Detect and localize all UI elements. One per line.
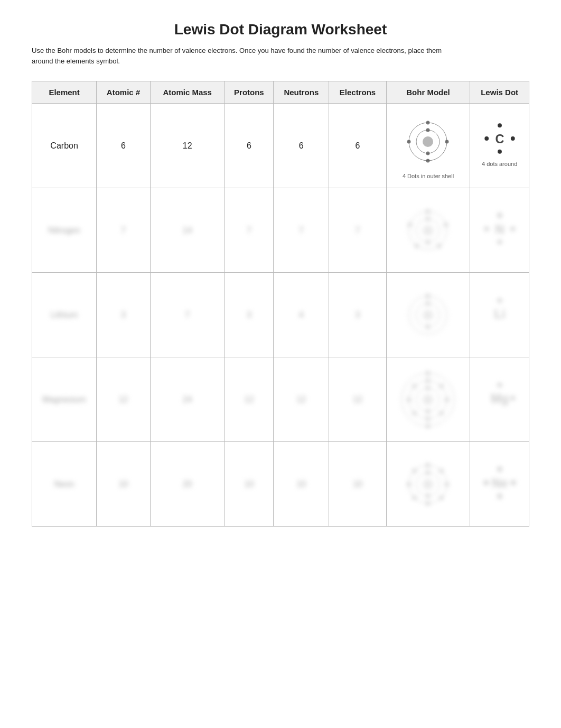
svg-point-28 [484, 227, 489, 231]
cell-atomic-num: 10 [97, 442, 151, 527]
protons-value: 3 [247, 310, 251, 319]
cell-electrons: 10 [329, 442, 386, 527]
cell-element: Nitrogen [32, 188, 97, 273]
svg-point-35 [426, 294, 430, 298]
svg-point-42 [426, 386, 430, 390]
svg-point-7 [426, 159, 430, 162]
col-atomic-mass: Atomic Mass [150, 81, 225, 104]
cell-protons: 12 [225, 357, 274, 442]
atomic-num-value: 12 [119, 395, 128, 404]
svg-point-16 [423, 225, 433, 236]
svg-point-3 [426, 128, 430, 132]
cell-neutrons: 6 [274, 104, 329, 188]
svg-point-63 [440, 469, 443, 473]
element-name: Neon [54, 480, 74, 489]
svg-point-69 [413, 469, 416, 473]
svg-point-2 [423, 136, 433, 147]
svg-point-46 [445, 398, 449, 401]
cell-lewis-dot: Li [470, 273, 529, 357]
cell-electrons: 12 [329, 357, 386, 442]
cell-protons: 7 [225, 188, 274, 273]
cell-bohr-model [386, 442, 470, 527]
svg-point-61 [426, 494, 430, 497]
bohr-model-diagram [389, 113, 468, 171]
element-name: Lithium [51, 310, 78, 319]
col-bohr-model: Bohr Model [386, 81, 470, 104]
col-protons: Protons [225, 81, 274, 104]
atomic-mass-value: 24 [183, 395, 192, 404]
bohr-model-diagram [389, 455, 468, 513]
bohr-model-diagram [389, 286, 468, 344]
cell-electrons: 6 [329, 104, 386, 188]
bohr-model-diagram [389, 201, 468, 260]
svg-point-48 [426, 417, 430, 420]
svg-point-67 [413, 496, 416, 500]
svg-point-17 [426, 217, 430, 220]
neutrons-value: 4 [299, 310, 304, 319]
svg-point-60 [426, 471, 430, 474]
cell-lewis-dot: N [470, 188, 529, 273]
svg-point-47 [440, 411, 443, 415]
svg-point-41 [423, 394, 433, 405]
cell-atomic-mass: 14 [150, 188, 225, 273]
table-header-row: Element Atomic # Atomic Mass Protons Neu… [32, 81, 529, 104]
lewis-dot-diagram: N [472, 213, 527, 247]
table-row: Carbon 6 12 6 6 6 4 Dots in outer shell [32, 104, 529, 188]
cell-element: Neon [32, 442, 97, 527]
col-electrons: Electrons [329, 81, 386, 104]
protons-value: 6 [247, 141, 251, 150]
electrons-value: 10 [353, 480, 362, 489]
atomic-mass-value: 12 [183, 141, 192, 150]
electrons-value: 12 [353, 395, 362, 404]
svg-point-53 [426, 424, 430, 428]
cell-neutrons: 7 [274, 188, 329, 273]
svg-point-65 [440, 496, 443, 500]
page-title: Lewis Dot Diagram Worksheet [32, 21, 529, 38]
svg-point-55 [498, 383, 502, 387]
svg-point-59 [423, 479, 433, 490]
cell-element: Lithium [32, 273, 97, 357]
svg-point-18 [426, 240, 430, 244]
atomic-mass-value: 20 [183, 480, 192, 489]
svg-point-20 [444, 223, 448, 226]
col-neutrons: Neutrons [274, 81, 329, 104]
col-lewis-dot: Lewis Dot [470, 81, 529, 104]
svg-point-32 [423, 310, 433, 320]
svg-point-43 [426, 409, 430, 413]
neutrons-value: 6 [299, 141, 304, 150]
lewis-dot-diagram: Li [472, 298, 527, 332]
svg-point-6 [445, 140, 449, 143]
svg-point-26 [510, 227, 515, 231]
bohr-model-diagram [389, 371, 468, 429]
svg-point-44 [426, 379, 430, 382]
cell-neutrons: 10 [274, 442, 329, 527]
svg-point-56 [510, 396, 515, 400]
svg-point-51 [413, 384, 416, 388]
neutrons-value: 7 [299, 226, 304, 235]
cell-atomic-mass: 7 [150, 273, 225, 357]
atomic-num-value: 6 [121, 141, 126, 150]
cell-neutrons: 12 [274, 357, 329, 442]
svg-point-19 [426, 209, 430, 213]
cell-element: Magnesium [32, 357, 97, 442]
lewis-dot-diagram: Mg [472, 382, 527, 417]
cell-lewis-dot: C 4 dots around [470, 104, 529, 188]
table-row: Magnesium 12 24 12 12 12 Mg [32, 357, 529, 442]
cell-atomic-num: 6 [97, 104, 151, 188]
lewis-dot-diagram: Ne [472, 467, 527, 501]
protons-value: 10 [244, 480, 254, 489]
electrons-value: 6 [356, 141, 360, 150]
lewis-dot-diagram: C 4 dots around [472, 123, 527, 169]
svg-point-64 [445, 482, 449, 486]
svg-point-5 [426, 121, 430, 124]
protons-value: 7 [247, 226, 251, 235]
svg-text:N: N [495, 223, 504, 236]
electrons-value: 3 [356, 310, 360, 319]
table-row: Nitrogen 7 14 7 7 7 N [32, 188, 529, 273]
cell-atomic-mass: 24 [150, 357, 225, 442]
svg-point-23 [408, 223, 412, 226]
cell-protons: 6 [225, 104, 274, 188]
cell-protons: 10 [225, 442, 274, 527]
element-name: Carbon [50, 141, 78, 150]
cell-atomic-num: 7 [97, 188, 151, 273]
